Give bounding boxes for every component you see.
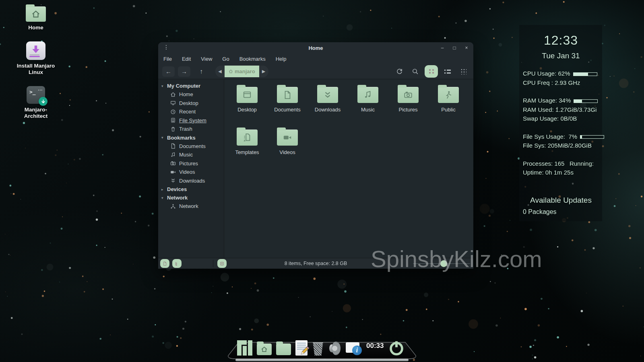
- folder-desktop[interactable]: Desktop: [227, 86, 267, 128]
- folder-public[interactable]: Public: [428, 86, 469, 128]
- power-icon: [388, 339, 405, 356]
- sidebar-item-downloads[interactable]: Downloads: [158, 177, 224, 185]
- sidebar-section-bookmarks[interactable]: ▾ Bookmarks: [158, 134, 224, 142]
- sidebar-item-videos[interactable]: Videos: [158, 168, 224, 177]
- menu-help[interactable]: Help: [276, 56, 287, 62]
- dock-clock: 00:33: [366, 342, 384, 350]
- up-button[interactable]: ↑: [196, 66, 206, 77]
- sidebar-section-my-computer[interactable]: ▾ My Computer: [158, 82, 224, 90]
- clock-date: Tue Jan 31: [523, 51, 599, 60]
- sidebar-section-network[interactable]: ▾ Network: [158, 193, 224, 202]
- network-icon: [170, 204, 176, 209]
- camera-icon: [170, 160, 176, 166]
- plus-box-icon: [220, 261, 224, 266]
- menu-go[interactable]: Go: [222, 56, 229, 62]
- dock-home-folder-icon[interactable]: [257, 343, 272, 355]
- side-pane-toggle-button[interactable]: [172, 259, 182, 268]
- home-icon: [261, 346, 268, 353]
- dock-system-info-icon[interactable]: i: [346, 342, 362, 355]
- zoom-slider[interactable]: [413, 263, 470, 264]
- file-icon-view[interactable]: Desktop Documents Downloads Music Pictur…: [224, 79, 473, 258]
- sidebar-item-desktop[interactable]: Desktop: [158, 99, 224, 108]
- processes-line: Processes: 165 Running:: [523, 159, 599, 169]
- sidebar-item-home[interactable]: Home: [158, 90, 224, 99]
- back-button[interactable]: ←: [162, 66, 175, 77]
- path-segment-manjaro[interactable]: manjaro: [225, 66, 259, 77]
- folder-downloads[interactable]: Downloads: [308, 86, 348, 128]
- dock-manjaro-menu-icon[interactable]: [237, 340, 252, 356]
- close-button[interactable]: ×: [464, 45, 469, 51]
- folder-icon: [357, 87, 378, 103]
- video-camera-emblem-icon: [283, 133, 292, 142]
- forward-button[interactable]: →: [178, 66, 190, 77]
- menu-view[interactable]: View: [201, 56, 212, 62]
- folder-templates[interactable]: Templates: [227, 128, 267, 171]
- list-view-button[interactable]: [442, 66, 454, 77]
- desktop-icon-manjaro-architect[interactable]: >_ ••• Manjaro-Architect: [14, 86, 58, 119]
- drive-icon: [170, 117, 176, 123]
- music-note-icon: [170, 152, 176, 158]
- menu-bookmarks[interactable]: Bookmarks: [239, 56, 266, 62]
- path-scroll-left-icon[interactable]: ◀: [215, 66, 225, 77]
- sidebar-item-recent[interactable]: Recent: [158, 107, 224, 116]
- dock-power-button[interactable]: [388, 339, 405, 356]
- pencil-icon: [299, 345, 310, 356]
- menu-file[interactable]: File: [163, 56, 172, 62]
- desktop-icon-home[interactable]: Home: [14, 6, 58, 31]
- sidebar-item-trash[interactable]: Trash: [158, 125, 224, 134]
- dock-volume-icon[interactable]: [328, 341, 341, 356]
- updates-title: Available Updates: [523, 196, 599, 205]
- chevron-down-icon: ▾: [161, 136, 167, 140]
- template-emblem-icon: [243, 133, 252, 142]
- window-menu-kebab-icon[interactable]: ⋮: [163, 44, 169, 50]
- list-view-icon: [444, 70, 451, 74]
- dock-trash-icon[interactable]: [312, 341, 324, 356]
- chevron-right-icon: ▸: [161, 187, 167, 191]
- search-icon: [412, 68, 419, 75]
- folder-music[interactable]: Music: [348, 86, 388, 128]
- sidebar-item-pictures[interactable]: Pictures: [158, 159, 224, 168]
- folder-icon: [237, 130, 258, 146]
- compact-view-button[interactable]: [457, 66, 469, 77]
- folder-icon: [277, 87, 298, 103]
- installer-icon: [26, 41, 45, 60]
- dock-file-manager-icon[interactable]: [276, 343, 291, 355]
- uptime-line: Uptime: 0h 1m 25s: [523, 168, 599, 177]
- folder-documents[interactable]: Documents: [267, 86, 308, 128]
- desktop-icon-label: Install Manjaro Linux: [14, 63, 58, 76]
- folder-videos[interactable]: Videos: [267, 128, 308, 171]
- desktop-icon-install-manjaro[interactable]: Install Manjaro Linux: [14, 41, 58, 76]
- minimize-button[interactable]: –: [440, 45, 445, 51]
- sidebar-item-documents[interactable]: Documents: [158, 142, 224, 151]
- sidebar-item-music[interactable]: Music: [158, 150, 224, 159]
- menu-edit[interactable]: Edit: [182, 56, 191, 62]
- sidebar-section-devices[interactable]: ▸ Devices: [158, 185, 224, 193]
- path-scroll-right-icon[interactable]: ▶: [259, 66, 268, 77]
- dock-bottom-strip: [235, 359, 409, 361]
- trash-icon: [170, 126, 176, 132]
- chevron-down-icon: ▾: [161, 84, 167, 88]
- sidebar-item-network[interactable]: Network: [158, 202, 224, 211]
- search-button[interactable]: [409, 66, 421, 77]
- new-document-button[interactable]: [160, 259, 169, 268]
- dock-text-editor-icon[interactable]: [295, 340, 308, 356]
- terminal-dots: •••: [38, 88, 43, 92]
- statusbar: 8 items, Free space: 2.8 GB: [158, 258, 473, 269]
- music-note-emblem-icon: [363, 90, 372, 99]
- folder-icon: [277, 130, 298, 146]
- icon-view-button[interactable]: [425, 65, 438, 78]
- dock: i 00:33: [227, 331, 417, 362]
- fs-usage-line: File Sys Usage: 7%: [523, 132, 599, 142]
- folder-pictures[interactable]: Pictures: [388, 86, 428, 128]
- reload-button[interactable]: [393, 66, 405, 77]
- info-icon: i: [352, 346, 362, 355]
- file-manager-window: ⋮ Home – □ × File Edit View Go Bookmarks…: [158, 42, 473, 269]
- zoom-slider-knob[interactable]: [440, 260, 447, 267]
- window-titlebar[interactable]: ⋮ Home – □ ×: [158, 42, 473, 53]
- maximize-button[interactable]: □: [452, 45, 457, 51]
- new-tab-button[interactable]: [217, 259, 227, 268]
- sidebar-item-file-system[interactable]: File System: [158, 116, 224, 125]
- home-icon: [31, 10, 40, 19]
- folder-icon: [438, 87, 459, 103]
- sidebar: ▾ My Computer Home Desktop Recent File S…: [158, 79, 224, 258]
